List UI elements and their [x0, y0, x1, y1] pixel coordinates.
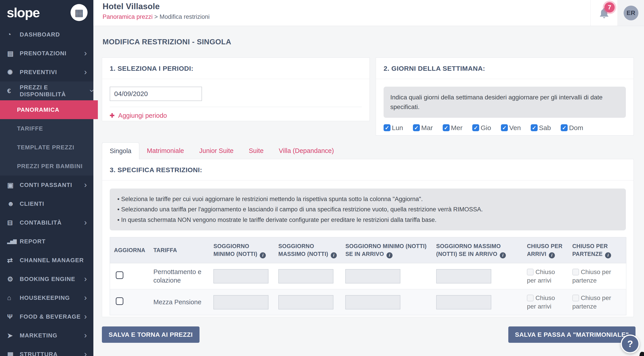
- restrictions-card-title: 3. SPECIFICA RESTRIZIONI:: [102, 159, 634, 180]
- info-icon[interactable]: i: [500, 252, 506, 258]
- min-stay-input[interactable]: [214, 295, 268, 310]
- periods-card-title: 1. SELEZIONA I PERIODI:: [102, 58, 370, 79]
- weekdays-card: 2. GIORNI DELLA SETTIMANA: Indica quali …: [376, 58, 634, 136]
- app-root: slope ▦ ◔ DASHBOARD ▤ PRENOTAZIONI › ✺ P…: [0, 0, 644, 356]
- info-icon[interactable]: i: [386, 252, 392, 258]
- restrictions-table: AGGIORNA TARIFFA SOGGIORNO MINIMO (NOTTI…: [110, 237, 626, 315]
- calendar-quick-button[interactable]: ▦: [70, 4, 88, 21]
- question-mark-icon: ?: [627, 338, 633, 349]
- save-return-button[interactable]: SALVA E TORNA AI PREZZI: [102, 326, 200, 343]
- closed-departures-checkbox[interactable]: Chiuso per partenze: [572, 268, 611, 284]
- plus-icon: ✚: [110, 112, 115, 119]
- weekday-checkbox-ven[interactable]: ✓ Ven: [501, 124, 521, 132]
- sidebar-item-prezzi-bambini[interactable]: PREZZI PER BAMBINI: [0, 157, 94, 176]
- sidebar-item-food-beverage[interactable]: Ψ FOOD & BEVERAGE ›: [0, 307, 94, 326]
- min-stay-input[interactable]: [214, 269, 268, 284]
- sidebar-item-clienti[interactable]: ☻ CLIENTI: [0, 194, 94, 213]
- chevron-right-icon: ›: [84, 181, 87, 189]
- period-date-input[interactable]: [110, 87, 202, 101]
- sidebar-item-struttura[interactable]: ▦ STRUTTURA ›: [0, 345, 94, 356]
- info-icon[interactable]: i: [260, 252, 266, 258]
- chevron-right-icon: ›: [84, 350, 87, 356]
- info-bullet: • Seleziona le tariffe per cui vuoi aggi…: [117, 194, 618, 204]
- sidebar-item-dashboard[interactable]: ◔ DASHBOARD: [0, 25, 94, 44]
- building-icon: ▦: [7, 350, 20, 356]
- sidebar-item-housekeeping[interactable]: ⌂ HOUSEKEEPING ›: [0, 288, 94, 307]
- page-title: MODIFICA RESTRIZIONI - SINGOLA: [102, 38, 231, 46]
- sidebar-item-report[interactable]: ▂▅▇ REPORT: [0, 232, 94, 251]
- tab-matrimoniale[interactable]: Matrimoniale: [139, 142, 192, 159]
- info-icon[interactable]: i: [331, 252, 337, 258]
- update-checkbox[interactable]: [116, 297, 124, 305]
- chevron-right-icon: ›: [84, 275, 87, 283]
- checkbox-icon: [572, 295, 579, 301]
- chevron-right-icon: ›: [84, 294, 87, 302]
- breadcrumb-link-panoramica-prezzi[interactable]: Panoramica prezzi: [102, 14, 153, 20]
- hotel-name: Hotel Villasole: [102, 2, 210, 11]
- notifications-button[interactable]: 7: [590, 0, 618, 26]
- sidebar-item-conti-passanti[interactable]: ▣ CONTI PASSANTI ›: [0, 176, 94, 194]
- weekday-checkbox-lun[interactable]: ✓ Lun: [384, 124, 403, 132]
- checked-checkbox-icon: ✓: [501, 124, 508, 131]
- tab-suite[interactable]: Suite: [241, 142, 271, 159]
- save-next-button[interactable]: SALVA E PASSA A "MATRIMONIALE": [508, 326, 636, 343]
- sidebar-item-tariffe[interactable]: TARIFFE: [0, 119, 94, 138]
- dashboard-icon: ◔: [7, 31, 20, 38]
- max-stay-arrival-input[interactable]: [436, 269, 491, 284]
- sidebar-item-channel-manager[interactable]: ⇄ CHANNEL MANAGER: [0, 251, 94, 270]
- sidebar-item-label: REPORT: [20, 238, 46, 245]
- weekday-checkbox-gio[interactable]: ✓ Gio: [472, 124, 491, 132]
- weekday-checkbox-row: ✓ Lun ✓ Mar ✓ Mer ✓ Gio ✓ Ven: [384, 124, 634, 132]
- topbar: Hotel Villasole Panoramica prezzi > Modi…: [94, 0, 644, 26]
- checked-checkbox-icon: ✓: [413, 124, 420, 131]
- max-stay-input[interactable]: [278, 295, 334, 310]
- briefcase-icon: ▣: [7, 181, 20, 189]
- closed-arrivals-checkbox[interactable]: Chiuso per arrivi: [527, 268, 555, 284]
- book-icon: ▤: [7, 50, 20, 57]
- euro-icon: €: [7, 87, 20, 95]
- tab-singola[interactable]: Singola: [102, 142, 139, 159]
- help-button[interactable]: ?: [621, 334, 640, 353]
- sidebar-item-panoramica[interactable]: PANORAMICA: [0, 100, 98, 119]
- closed-departures-checkbox[interactable]: Chiuso per partenze: [572, 294, 611, 310]
- avatar[interactable]: ER: [624, 6, 638, 20]
- sidebar-item-label: CHANNEL MANAGER: [20, 257, 84, 264]
- weekdays-card-title: 2. GIORNI DELLA SETTIMANA:: [376, 58, 634, 79]
- closed-arrivals-checkbox[interactable]: Chiuso per arrivi: [527, 294, 555, 310]
- sidebar-item-prenotazioni[interactable]: ▤ PRENOTAZIONI ›: [0, 44, 94, 63]
- info-bullet: • In questa schermata NON vengono mostra…: [117, 215, 618, 225]
- info-bullet: • Selezionando una tariffa per l'aggiorn…: [117, 204, 618, 214]
- table-header-row: AGGIORNA TARIFFA SOGGIORNO MINIMO (NOTTI…: [110, 237, 626, 263]
- sidebar-item-label: CLIENTI: [20, 200, 44, 207]
- sidebar-item-template-prezzi[interactable]: TEMPLATE PREZZI: [0, 138, 94, 157]
- tab-villa-depandance[interactable]: Villa (Depandance): [271, 142, 342, 159]
- max-stay-input[interactable]: [278, 269, 334, 284]
- weekday-checkbox-mer[interactable]: ✓ Mer: [443, 124, 462, 132]
- info-icon[interactable]: i: [605, 252, 611, 258]
- add-period-button[interactable]: ✚ Aggiungi periodo: [110, 112, 362, 119]
- sidebar-item-prezzi-disponibilita[interactable]: € PREZZI E DISPONIBILITÀ ›: [0, 82, 94, 100]
- sidebar: slope ▦ ◔ DASHBOARD ▤ PRENOTAZIONI › ✺ P…: [0, 0, 94, 356]
- update-checkbox[interactable]: [116, 271, 124, 279]
- min-stay-arrival-input[interactable]: [345, 269, 400, 284]
- weekday-checkbox-mar[interactable]: ✓ Mar: [413, 124, 433, 132]
- users-icon: ☻: [7, 200, 20, 208]
- weekday-checkbox-dom[interactable]: ✓ Dom: [561, 124, 583, 132]
- sidebar-item-booking-engine[interactable]: ⚙ BOOKING ENGINE ›: [0, 270, 94, 288]
- sidebar-item-label: FOOD & BEVERAGE: [20, 313, 80, 320]
- sidebar-item-preventivi[interactable]: ✺ PREVENTIVI ›: [0, 63, 94, 82]
- max-stay-arrival-input[interactable]: [436, 295, 491, 310]
- checked-checkbox-icon: ✓: [531, 124, 538, 131]
- tariff-name: Mezza Pensione: [149, 289, 209, 315]
- weekdays-info-box: Indica quali giorni della settimana desi…: [384, 87, 626, 118]
- info-icon[interactable]: i: [549, 252, 555, 258]
- sidebar-item-contabilita[interactable]: ⊟ CONTABILITÀ ›: [0, 213, 94, 232]
- weekday-checkbox-sab[interactable]: ✓ Sab: [531, 124, 551, 132]
- tab-junior-suite[interactable]: Junior Suite: [192, 142, 241, 159]
- sidebar-item-label: HOUSEKEEPING: [20, 294, 70, 301]
- breadcrumb: Panoramica prezzi > Modifica restrizioni: [102, 14, 210, 20]
- sidebar-item-marketing[interactable]: ➤ MARKETING ›: [0, 326, 94, 345]
- sidebar-item-label: MARKETING: [20, 332, 57, 339]
- min-stay-arrival-input[interactable]: [345, 295, 400, 310]
- exchange-arrows-icon: ⇄: [7, 256, 20, 264]
